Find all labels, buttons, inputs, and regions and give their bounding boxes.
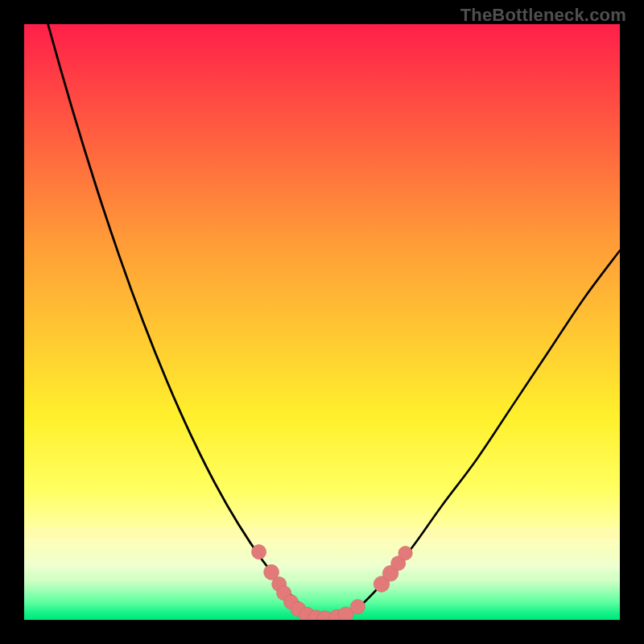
marker-point <box>350 600 365 614</box>
curve-left <box>24 24 322 620</box>
curve-right <box>322 250 620 620</box>
data-markers <box>251 545 412 620</box>
watermark-label: TheBottleneck.com <box>460 5 626 26</box>
bottleneck-curve <box>24 24 620 620</box>
chart-frame: TheBottleneck.com <box>0 0 644 644</box>
plot-area <box>24 24 620 620</box>
marker-point <box>251 545 266 559</box>
marker-point <box>398 546 412 559</box>
